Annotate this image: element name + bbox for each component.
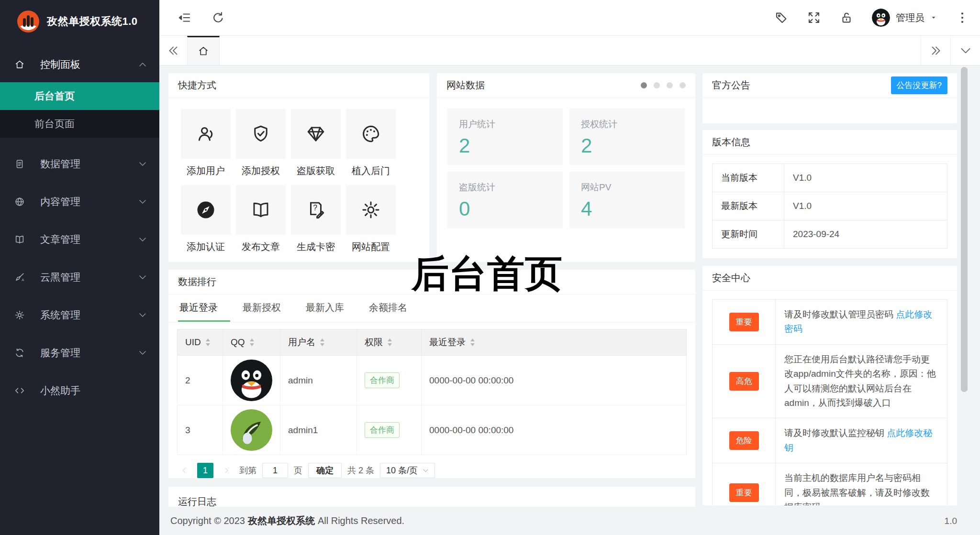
chevron-down-icon — [138, 273, 147, 282]
sidebar-section: 数据管理 — [0, 150, 159, 178]
panel-title: 安全中心 — [712, 272, 750, 284]
chevron-down-icon — [138, 160, 147, 168]
tab-home[interactable] — [187, 36, 220, 65]
severity-badge: 高危 — [729, 372, 759, 391]
severity-badge: 危险 — [729, 431, 759, 450]
tabs-scroll-left[interactable] — [159, 36, 187, 65]
app-logo: 孜然单授权系统1.0 — [0, 0, 159, 43]
column-header[interactable]: QQ — [223, 329, 280, 356]
next-page-button[interactable] — [219, 463, 234, 478]
stat-label: 用户统计 — [459, 118, 551, 131]
security-row: 重要 当前主机的数据库用户名与密码相同，极易被黑客破解，请及时修改数据库密码 — [713, 463, 947, 505]
user-menu[interactable]: 管理员 — [872, 9, 937, 27]
chevron-down-icon — [138, 197, 147, 206]
sidebar-section: 系统管理 — [0, 301, 159, 329]
lock-icon[interactable] — [839, 11, 854, 25]
site-stats-card: 网站数据 用户统计 2 授权统计 2 盗版统计 0 网站PV 4 — [437, 73, 695, 262]
sort-icon[interactable] — [249, 338, 255, 346]
tabs-scroll-right[interactable] — [921, 36, 950, 65]
globe-icon — [14, 197, 25, 207]
refresh-icon[interactable] — [211, 11, 225, 25]
quick-action[interactable]: 添加认证 — [181, 185, 231, 253]
carousel-dot[interactable] — [654, 82, 660, 88]
sidebar-item[interactable]: 系统管理 — [0, 301, 159, 329]
confirm-button[interactable]: 确定 — [308, 463, 342, 478]
carousel-dot[interactable] — [679, 82, 686, 88]
fullscreen-icon[interactable] — [807, 11, 821, 25]
stat-label: 盗版统计 — [459, 181, 551, 194]
sidebar-item[interactable]: 服务管理 — [0, 339, 159, 367]
panel-title: 官方公告 — [712, 79, 750, 92]
scrollbar-thumb[interactable] — [961, 67, 968, 392]
tag-icon[interactable] — [774, 11, 789, 25]
home-icon — [14, 59, 25, 70]
quick-action[interactable]: 盗版获取 — [291, 109, 341, 177]
quick-action[interactable]: 网站配置 — [346, 185, 396, 253]
sidebar-item[interactable]: 数据管理 — [0, 150, 159, 178]
book-open-icon — [14, 234, 25, 245]
quick-actions-card: 快捷方式 添加用户 添加授权 盗版获取 植入后门 添加认证 发布文章 ? 生成卡… — [168, 73, 429, 262]
column-header[interactable]: 最近登录 — [422, 329, 687, 356]
panel-title: 数据排行 — [178, 275, 216, 288]
ranking-tab[interactable]: 最新入库 — [293, 295, 356, 322]
per-page-select[interactable]: 10 条/页 — [380, 463, 435, 478]
main-area: 管理员 快捷方式 添加用户 添加授权 盗版获取 植入后门 — [159, 0, 980, 535]
chevron-up-icon — [138, 60, 147, 69]
security-row: 重要 请及时修改默认管理员密码 点此修改密码 — [713, 300, 947, 345]
footer-version: 1.0 — [945, 516, 957, 526]
security-row: 危险 请及时修改默认监控秘钥 点此修改秘钥 — [713, 418, 947, 463]
table-row: 3 admin1 合作商 0000-00-00 00:00:00 — [178, 405, 687, 455]
version-row: 最新版本 V1.0 — [713, 192, 947, 220]
sidebar-section: 控制面板 后台首页 前台页面 — [0, 51, 159, 138]
page-button[interactable]: 1 — [197, 463, 213, 478]
chevron-down-icon — [959, 44, 972, 57]
quick-action[interactable]: 添加用户 — [181, 109, 231, 177]
sidebar-subitem[interactable]: 后台首页 — [0, 82, 159, 110]
copyright-prefix: Copyright © 2023 — [170, 515, 245, 526]
prev-page-button[interactable] — [177, 463, 191, 478]
version-row: 更新时间 2023-09-24 — [713, 220, 947, 249]
gear-icon — [361, 200, 381, 220]
sidebar-item[interactable]: A 云黑管理 — [0, 263, 159, 291]
card-key-icon: ? — [306, 200, 326, 220]
stat-tile: 用户统计 2 — [447, 109, 563, 165]
sort-icon[interactable] — [470, 338, 475, 346]
stat-label: 授权统计 — [581, 118, 673, 131]
sort-icon[interactable] — [205, 338, 211, 346]
announcement-refresh-button[interactable]: 公告没更新? — [891, 76, 947, 94]
quick-action[interactable]: 植入后门 — [346, 109, 396, 177]
collapse-menu-icon[interactable] — [178, 11, 192, 25]
quick-action[interactable]: 添加授权 — [236, 109, 286, 177]
quick-action[interactable]: 发布文章 — [236, 185, 286, 253]
sidebar-item[interactable]: 文章管理 — [0, 226, 159, 253]
sort-icon[interactable] — [387, 338, 392, 346]
sidebar-item[interactable]: 控制面板 — [0, 51, 159, 78]
sidebar-section: 服务管理 — [0, 339, 159, 367]
tabs-menu[interactable] — [950, 36, 980, 65]
sidebar-subitem[interactable]: 前台页面 — [0, 110, 159, 138]
carousel-dot[interactable] — [667, 82, 673, 88]
ranking-tab[interactable]: 最新授权 — [230, 295, 293, 322]
footer: Copyright © 2023 孜然单授权系统 All Rights Rese… — [159, 507, 980, 535]
sidebar-item[interactable]: 内容管理 — [0, 188, 159, 216]
sidebar-item[interactable]: 小然助手 — [0, 377, 159, 404]
column-header[interactable]: 权限 — [357, 329, 422, 356]
ranking-tab[interactable]: 最近登录 — [178, 295, 230, 322]
content: 快捷方式 添加用户 添加授权 盗版获取 植入后门 添加认证 发布文章 ? 生成卡… — [159, 66, 980, 535]
brush-icon: A — [14, 272, 25, 283]
chevron-left-icon — [181, 467, 188, 474]
quick-action[interactable]: ? 生成卡密 — [291, 185, 341, 253]
column-header[interactable]: UID — [178, 329, 223, 356]
goto-page-input[interactable] — [262, 463, 288, 478]
ranking-tab[interactable]: 余额排名 — [356, 295, 420, 322]
sort-icon[interactable] — [320, 338, 325, 346]
version-row-label: 最新版本 — [713, 192, 784, 220]
caret-down-icon — [930, 15, 937, 20]
carousel-dot[interactable] — [641, 82, 647, 88]
column-header[interactable]: 用户名 — [280, 329, 357, 356]
kebab-menu-icon[interactable] — [955, 11, 969, 25]
quick-action-label: 网站配置 — [346, 240, 396, 253]
pagination: 1 到第 页 确定 共 2 条 10 条/页 — [177, 463, 687, 478]
security-row: 高危 您正在使用后台默认路径请您手动更改app/admin文件夹的名称，原因：他… — [713, 344, 947, 418]
carousel-dots — [641, 82, 686, 88]
